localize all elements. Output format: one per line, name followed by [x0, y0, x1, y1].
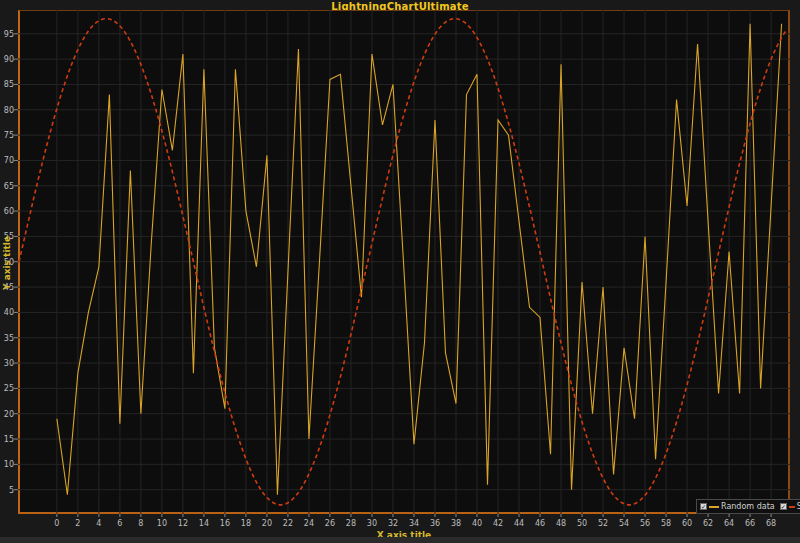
x-tick-label: 6 [117, 519, 122, 528]
x-tick-label: 16 [220, 519, 230, 528]
x-tick-label: 30 [367, 519, 377, 528]
x-tick-label: 4 [96, 519, 101, 528]
x-tick-label: 34 [409, 519, 419, 528]
x-tick-label: 2 [75, 519, 80, 528]
x-tick-label: 10 [157, 519, 167, 528]
x-tick-label: 50 [577, 519, 587, 528]
x-tick-label: 36 [430, 519, 440, 528]
y-tick-label: 20 [0, 409, 14, 418]
y-tick-label: 65 [0, 181, 14, 190]
y-tick-label: 35 [0, 333, 14, 342]
y-tick-label: 95 [0, 29, 14, 38]
x-tick-label: 44 [514, 519, 524, 528]
x-tick-label: 66 [745, 519, 755, 528]
y-tick-label: 10 [0, 460, 14, 469]
x-tick-label: 38 [451, 519, 461, 528]
y-axis-title: Y axis title [2, 228, 12, 298]
y-tick-label: 15 [0, 435, 14, 444]
x-tick-label: 18 [241, 519, 251, 528]
x-tick-label: 54 [619, 519, 629, 528]
x-tick-label: 46 [535, 519, 545, 528]
y-tick-label: 5 [0, 485, 14, 494]
y-tick-label: 80 [0, 105, 14, 114]
y-tick-label: 75 [0, 131, 14, 140]
y-tick-label: 40 [0, 308, 14, 317]
sinus-data-checkbox[interactable]: ✓ [780, 503, 787, 510]
sinus-data-swatch [789, 506, 795, 508]
x-tick-label: 22 [283, 519, 293, 528]
x-tick-label: 26 [325, 519, 335, 528]
legend-item-sinus-data: ✓ Sinus data [780, 502, 800, 511]
x-tick-label: 24 [304, 519, 314, 528]
x-tick-label: 62 [703, 519, 713, 528]
random-data-swatch [709, 506, 719, 508]
x-tick-label: 52 [598, 519, 608, 528]
x-tick-label: 32 [388, 519, 398, 528]
x-tick-label: 20 [262, 519, 272, 528]
y-tick-label: 25 [0, 384, 14, 393]
x-tick-label: 12 [178, 519, 188, 528]
x-tick-label: 14 [199, 519, 209, 528]
bottom-strip [0, 537, 800, 543]
chart-window: LightningChartUltimate 02468101214161820… [0, 0, 800, 543]
x-tick-label: 0 [54, 519, 59, 528]
legend: ✓ Random data ✓ Sinus data [696, 499, 800, 514]
x-tick-label: 28 [346, 519, 356, 528]
x-tick-label: 56 [640, 519, 650, 528]
y-tick-label: 70 [0, 156, 14, 165]
legend-item-random-data: ✓ Random data [700, 502, 775, 511]
y-tick-label: 85 [0, 80, 14, 89]
x-tick-label: 68 [766, 519, 776, 528]
x-tick-label: 8 [138, 519, 143, 528]
y-tick-label: 90 [0, 55, 14, 64]
x-tick-label: 48 [556, 519, 566, 528]
y-tick-label: 30 [0, 359, 14, 368]
x-tick-label: 64 [724, 519, 734, 528]
x-tick-label: 40 [472, 519, 482, 528]
legend-label: Random data [721, 502, 775, 511]
y-tick-label: 60 [0, 207, 14, 216]
x-tick-label: 58 [661, 519, 671, 528]
plot-area[interactable] [18, 10, 790, 514]
x-tick-label: 60 [682, 519, 692, 528]
x-tick-label: 42 [493, 519, 503, 528]
random-data-checkbox[interactable]: ✓ [700, 503, 707, 510]
